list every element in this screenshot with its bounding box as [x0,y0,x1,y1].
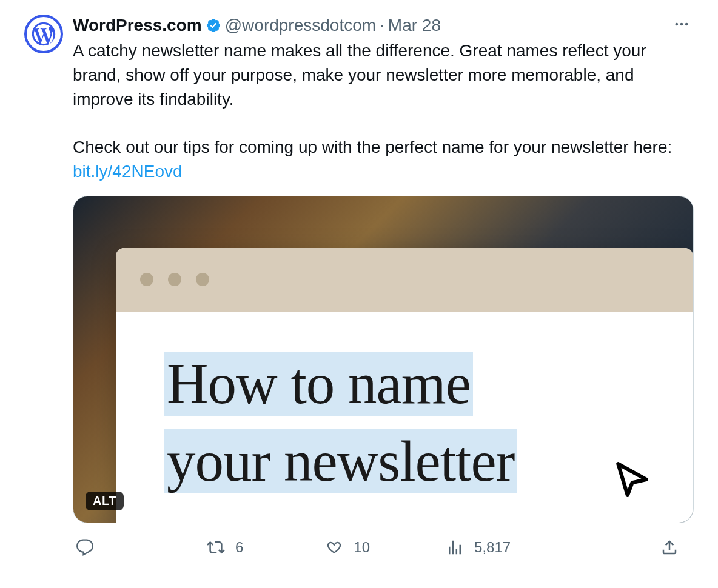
user-handle[interactable]: @wordpressdotcom [225,16,376,35]
more-button[interactable] [669,12,694,36]
alt-badge[interactable]: ALT [86,492,124,510]
tweet-body: A catchy newsletter name makes all the d… [73,39,694,184]
traffic-light-icon [140,273,153,286]
tweet-link[interactable]: bit.ly/42NEovd [73,162,183,181]
display-name[interactable]: WordPress.com [73,16,202,35]
avatar[interactable] [24,15,63,53]
media-headline-line-2: your newsletter [164,429,517,493]
separator-dot: · [380,16,384,35]
retweet-count: 6 [235,539,243,556]
retweet-button[interactable]: 6 [204,535,243,560]
analytics-icon [446,538,464,556]
views-count: 5,817 [474,539,511,556]
reply-icon [76,538,94,556]
svg-point-1 [680,23,683,26]
tweet-header: WordPress.com @wordpressdotcom · Mar 28 [73,15,694,36]
browser-chrome [116,248,693,312]
like-count: 10 [354,539,370,556]
tweet-actions: 6 10 5,817 [73,535,694,560]
views-button[interactable]: 5,817 [443,535,511,560]
media-headline-line-1: How to name [164,352,473,416]
svg-point-2 [685,23,688,26]
wordpress-logo-icon [30,20,58,48]
share-button[interactable] [657,535,694,560]
media-browser-window: How to name your newsletter [116,248,693,523]
verified-badge-icon [206,18,221,33]
svg-point-0 [676,23,679,26]
tweet-date[interactable]: Mar 28 [388,16,441,35]
traffic-light-icon [196,273,209,286]
like-button[interactable]: 10 [322,535,370,560]
cursor-arrow-icon [612,461,649,498]
reply-button[interactable] [73,535,109,560]
traffic-light-icon [168,273,181,286]
tweet-text-part-2: Check out our tips for coming up with th… [73,138,677,156]
tweet-content: WordPress.com @wordpressdotcom · Mar 28 … [73,15,694,560]
tweet-text-part-1: A catchy newsletter name makes all the d… [73,41,651,109]
media-headline: How to name your newsletter [164,345,651,501]
browser-body: How to name your newsletter [116,312,693,523]
avatar-column [24,15,63,560]
retweet-icon [207,538,225,556]
tweet: WordPress.com @wordpressdotcom · Mar 28 … [24,15,694,560]
tweet-media[interactable]: How to name your newsletter ALT [73,196,694,523]
heart-icon [325,538,343,556]
share-icon [660,538,679,556]
more-icon [673,16,690,33]
